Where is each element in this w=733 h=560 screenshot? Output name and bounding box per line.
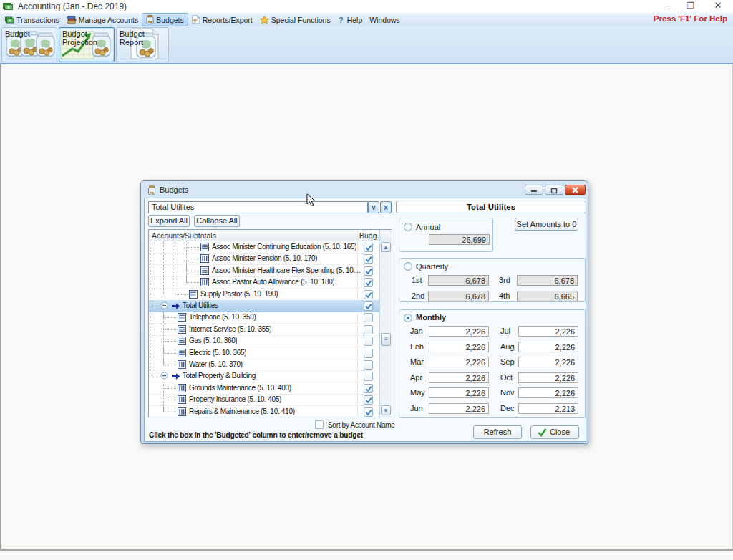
- row-label: Total Property & Building: [183, 372, 256, 380]
- budgeted-checkbox[interactable]: [364, 290, 373, 299]
- budgeted-column-hint: Click the box in the 'Budgeted' column t…: [149, 431, 363, 439]
- month-value-field[interactable]: 2,226: [518, 387, 578, 398]
- tree-connector: [163, 312, 176, 318]
- refresh-button[interactable]: Refresh: [473, 425, 522, 439]
- tree-row[interactable]: Assoc Minister Continuing Education (5. …: [149, 241, 379, 254]
- mouse-cursor: [306, 193, 316, 208]
- month-label: Nov: [500, 388, 517, 397]
- tree-row[interactable]: Assoc Minister Pension (5. 10. 170): [149, 253, 379, 265]
- budgeted-checkbox[interactable]: [364, 407, 373, 417]
- menu-item-label: Special Functions: [271, 16, 331, 24]
- subtotal-arrow-icon: [171, 372, 180, 382]
- scroll-up-button[interactable]: ▲: [381, 242, 391, 252]
- tree-row[interactable]: Grounds Maintenance (5. 10. 400): [149, 382, 379, 395]
- tree-connector: [163, 324, 176, 330]
- budgeted-checkbox[interactable]: [364, 325, 373, 334]
- collapse-all-button[interactable]: Collapse All: [194, 215, 240, 227]
- tree-connector: [152, 377, 160, 377]
- month-value-field[interactable]: 2,226: [429, 326, 489, 337]
- annual-group: Annual 26,699: [399, 218, 493, 252]
- budgeted-checkbox[interactable]: [364, 278, 373, 287]
- quarterly-radio[interactable]: [404, 262, 412, 271]
- close-button[interactable]: Close: [530, 425, 579, 439]
- tree-guide-line: [163, 312, 164, 365]
- combobox-clear-button[interactable]: x: [380, 201, 392, 213]
- month-label: Dec: [500, 404, 517, 412]
- scrollbar-thumb[interactable]: [381, 333, 391, 346]
- budgeted-checkbox[interactable]: [364, 349, 373, 358]
- month-value-field[interactable]: 2,226: [429, 387, 489, 398]
- toolbar-button-budget-report[interactable]: BudgetReport: [116, 27, 169, 62]
- tree-row[interactable]: Assoc Pastor Auto Allowance (5. 10. 180): [149, 276, 379, 289]
- tree-row[interactable]: Supply Pastor (5. 10. 190): [149, 289, 379, 301]
- month-value-field[interactable]: 2,226: [429, 357, 489, 367]
- annual-radio[interactable]: [404, 223, 412, 231]
- month-value-field[interactable]: 2,226: [518, 342, 578, 352]
- tree-row[interactable]: Water (5. 10. 370): [149, 359, 379, 371]
- help-icon: ?: [338, 16, 345, 24]
- budgeted-checkbox[interactable]: [364, 384, 373, 393]
- menu-item-budgets[interactable]: Budgets: [142, 13, 188, 26]
- dialog-maximize-button[interactable]: [545, 185, 563, 195]
- budgeted-checkbox[interactable]: [364, 337, 373, 346]
- collapse-expander-icon[interactable]: [160, 372, 168, 381]
- annual-value-field: 26,699: [429, 234, 490, 245]
- toolbar: BudgetBudgetProjectionBudgetReport: [0, 26, 733, 63]
- account-icon: [200, 266, 209, 276]
- tree-row[interactable]: Property Insurance (5. 10. 405): [149, 394, 379, 406]
- set-amounts-to-zero-button[interactable]: Set Amounts to 0: [515, 218, 578, 231]
- budgeted-checkbox[interactable]: [364, 313, 373, 322]
- toolbar-button-budget-projection[interactable]: BudgetProjection: [59, 27, 115, 62]
- window-minimize-button[interactable]: –: [659, 0, 677, 12]
- menu-item-manage-accounts[interactable]: Manage Accounts: [63, 13, 142, 26]
- collapse-expander-icon[interactable]: [160, 301, 168, 311]
- accounts-tree: Accounts/Subtotals Budg... Assoc Ministe…: [148, 229, 392, 417]
- budgeted-checkbox[interactable]: [364, 301, 373, 311]
- tree-row[interactable]: Total Utilites: [149, 300, 379, 312]
- menu-item-label: Transactions: [16, 16, 59, 24]
- month-value-field[interactable]: 2,213: [518, 403, 578, 414]
- month-value-field[interactable]: 2,226: [518, 326, 578, 337]
- tree-row[interactable]: Assoc Minister Healthcare Flex Spending …: [149, 265, 379, 277]
- account-selector-combobox[interactable]: Total Utilites: [148, 201, 368, 213]
- month-label: Sep: [500, 357, 517, 366]
- monthly-radio[interactable]: [404, 314, 412, 322]
- scroll-down-button[interactable]: ▼: [381, 405, 391, 415]
- budgeted-checkbox[interactable]: [364, 395, 373, 405]
- month-value-field[interactable]: 2,226: [518, 372, 578, 383]
- budgeted-checkbox[interactable]: [364, 243, 373, 252]
- menu-item-help[interactable]: ?Help: [334, 13, 366, 26]
- dialog-minimize-button[interactable]: [525, 185, 543, 195]
- tree-row[interactable]: Gas (5. 10. 360): [149, 335, 379, 347]
- window-maximize-button[interactable]: ❐: [681, 0, 700, 12]
- month-value-field[interactable]: 2,226: [429, 403, 489, 414]
- budgeted-checkbox[interactable]: [364, 254, 373, 264]
- tree-connector: [163, 394, 176, 400]
- expand-all-button[interactable]: Expand All: [148, 215, 190, 227]
- budgeted-checkbox[interactable]: [364, 372, 373, 381]
- sort-checkbox-label: Sort by Account Name: [328, 421, 395, 429]
- budgeted-checkbox[interactable]: [364, 360, 373, 370]
- tree-row[interactable]: Electric (5. 10. 365): [149, 347, 379, 359]
- window-close-button[interactable]: ✕: [709, 0, 727, 12]
- toolbar-button-budget[interactable]: Budget: [1, 27, 57, 62]
- combobox-dropdown-button[interactable]: v: [368, 201, 379, 213]
- dialog-close-button[interactable]: [565, 185, 586, 195]
- tree-row[interactable]: Repairs & Maintenance (5. 10. 410): [149, 406, 379, 417]
- budgeted-checkbox[interactable]: [364, 266, 373, 276]
- tree-row[interactable]: Telephone (5. 10. 350): [149, 312, 379, 324]
- month-value-field[interactable]: 2,226: [429, 342, 489, 352]
- month-value-field[interactable]: 2,226: [429, 372, 489, 383]
- tree-row[interactable]: Internet Service (5. 10. 355): [149, 324, 379, 336]
- account-icon: [178, 360, 186, 370]
- tree-scrollbar[interactable]: ▲ ▼: [380, 241, 392, 417]
- menu-item-windows[interactable]: Windows: [366, 13, 404, 26]
- menu-item-reports-export[interactable]: Reports/Export: [188, 13, 256, 26]
- sort-by-account-name-checkbox[interactable]: [315, 420, 324, 429]
- month-value-field[interactable]: 2,226: [518, 357, 578, 367]
- tree-row[interactable]: Total Property & Building: [149, 370, 379, 382]
- account-icon: [178, 384, 186, 394]
- menu-item-transactions[interactable]: Transactions: [1, 13, 63, 26]
- menu-item-special-functions[interactable]: Special Functions: [256, 13, 334, 26]
- quarter-label: 3rd: [499, 276, 510, 284]
